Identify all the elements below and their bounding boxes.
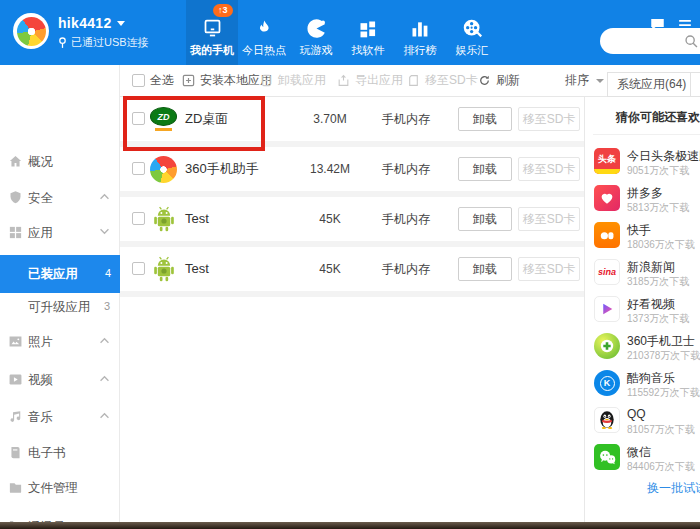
uninstall-button[interactable]: 卸载 (458, 107, 512, 131)
book-icon (8, 445, 23, 460)
app-size: 45K (298, 197, 362, 241)
account-menu[interactable]: hik4412 (58, 15, 149, 31)
chevron-down-icon (596, 79, 604, 83)
header-bar: hik4412 已通过USB连接 ↑3 我的手机 今日热点 玩游戏 (0, 0, 700, 65)
sidebar-item-photos[interactable]: 照片 (0, 330, 119, 354)
app-row-test-1: Test 45K 手机内存 卸载 移至SD卡 (120, 197, 584, 247)
pinwheel-logo-icon (17, 17, 46, 46)
search-box (600, 28, 700, 54)
recommend-item-sina-news[interactable]: sina 新浪新闻 3185万次下载 (594, 259, 700, 291)
sidebar-item-upgradable-apps[interactable]: 可升级应用 3 (0, 295, 119, 319)
refresh-icon (478, 74, 491, 87)
folder-icon (8, 480, 23, 495)
install-local-app-button[interactable]: 安装本地应用 (182, 65, 272, 96)
recommend-item-360-guard[interactable]: 360手机卫士 210378万次下载 (594, 333, 700, 365)
sidebar-item-apps[interactable]: 应用 (0, 221, 119, 245)
recommend-item-kugou-music[interactable]: K 酷狗音乐 115592万次下载 (594, 370, 700, 402)
recommend-item-qq[interactable]: QQ 81057万次下载 (594, 407, 700, 439)
nav-item-play-games[interactable]: 玩游戏 (290, 0, 342, 65)
software-icon (358, 13, 378, 39)
music-icon (8, 409, 23, 424)
recommend-item-toutiao[interactable]: 头条 今日头条极速版 9051万次下载 (594, 148, 700, 180)
pinduoduo-icon (594, 185, 620, 211)
sidebar-item-overview[interactable]: 概况 (0, 150, 119, 174)
usb-status: 已通过USB连接 (58, 35, 149, 50)
nav-item-rankings[interactable]: 排行榜 (394, 0, 446, 65)
uninstall-button[interactable]: 卸载 (458, 207, 512, 231)
entertainment-icon (462, 13, 483, 39)
hot-flame-icon (255, 13, 274, 39)
recommend-item-kuaishou[interactable]: 快手 18036万次下载 (594, 222, 700, 254)
app-logo (13, 13, 49, 49)
search-icon[interactable] (684, 34, 699, 49)
kuaishou-icon (594, 222, 620, 248)
sidebar-item-ebooks[interactable]: 电子书 (0, 441, 119, 465)
home-icon (8, 154, 23, 169)
move-to-sd-button[interactable]: 移至SD卡 (518, 257, 580, 281)
move-to-sd-button[interactable]: 移至SD卡 (407, 65, 478, 96)
photo-icon (8, 334, 23, 349)
move-to-sd-button[interactable]: 移至SD卡 (518, 207, 580, 231)
sidebar-item-installed-apps[interactable]: 已装应用 4 (0, 255, 120, 293)
upgradable-count-badge: 3 (104, 300, 110, 312)
kugou-icon: K (594, 370, 620, 396)
usb-status-text: 已通过USB连接 (71, 35, 149, 50)
chevron-up-icon (99, 193, 110, 200)
sidebar-item-file-manager[interactable]: 文件管理 (0, 476, 119, 500)
row-checkbox[interactable] (132, 162, 145, 175)
update-badge: ↑3 (213, 4, 233, 17)
haokan-play-icon (594, 296, 620, 322)
move-to-sd-button[interactable]: 移至SD卡 (518, 107, 580, 131)
app-size: 45K (298, 247, 362, 291)
video-icon (8, 372, 23, 387)
app-size: 3.70M (298, 97, 362, 141)
chevron-down-icon (117, 21, 125, 26)
recommend-item-wechat[interactable]: 微信 84406万次下载 (594, 444, 700, 476)
username: hik4412 (58, 15, 111, 31)
installed-count-badge: 4 (105, 267, 111, 279)
recommend-title: 猜你可能还喜欢 (616, 109, 700, 126)
refresh-recommendations-link[interactable]: 换一批试试 (647, 480, 700, 497)
nav-item-entertainment[interactable]: 娱乐汇 (446, 0, 498, 65)
sort-dropdown[interactable]: 排序 (565, 65, 604, 96)
zd-desktop-icon: ZD (150, 105, 177, 133)
row-checkbox[interactable] (132, 112, 145, 125)
row-checkbox[interactable] (132, 212, 145, 225)
ranking-icon (410, 13, 430, 39)
export-app-button[interactable]: 导出应用 (337, 65, 403, 96)
refresh-button[interactable]: 刷新 (478, 65, 520, 96)
window-bottom-edge (0, 522, 700, 529)
uninstall-icon (260, 74, 273, 87)
app-name: ZD桌面 (185, 97, 228, 141)
row-checkbox[interactable] (132, 262, 145, 275)
recommend-item-haokan-video[interactable]: 好看视频 1373万次下载 (594, 296, 700, 328)
export-icon (337, 74, 350, 87)
app-name: 360手机助手 (185, 147, 259, 191)
sidebar-item-security[interactable]: 安全 (0, 186, 119, 210)
app-location: 手机内存 (373, 247, 439, 291)
uninstall-button[interactable]: 卸载 (458, 157, 512, 181)
360-guard-icon (594, 333, 620, 359)
wechat-icon (594, 444, 620, 470)
recommend-item-pinduoduo[interactable]: 拼多多 5813万次下载 (594, 185, 700, 217)
account-area: hik4412 已通过USB连接 (58, 15, 149, 50)
nav-item-hot-today[interactable]: 今日热点 (238, 0, 290, 65)
tab-system-apps[interactable]: 系统应用(64) (607, 72, 696, 97)
tab-essential-apps[interactable]: 装机必备 (690, 72, 700, 97)
move-to-sd-button[interactable]: 移至SD卡 (518, 157, 580, 181)
sidebar-item-videos[interactable]: 视频 (0, 368, 119, 392)
app-size: 13.42M (298, 147, 362, 191)
select-all-control[interactable]: 全选 (132, 65, 174, 96)
nav-item-my-phone[interactable]: ↑3 我的手机 (186, 0, 238, 65)
select-all-checkbox[interactable] (132, 74, 145, 87)
search-input[interactable] (612, 28, 678, 54)
app-location: 手机内存 (373, 97, 439, 141)
list-toolbar: 全选 安装本地应用 卸载应用 导出应用 移至SD卡 刷新 排序 系统应用(64)… (120, 65, 700, 97)
games-icon (306, 13, 327, 39)
uninstall-app-button[interactable]: 卸载应用 (260, 65, 326, 96)
sidebar-item-music[interactable]: 音乐 (0, 405, 119, 429)
sd-card-icon (407, 74, 420, 87)
uninstall-button[interactable]: 卸载 (458, 257, 512, 281)
nav-item-find-software[interactable]: 找软件 (342, 0, 394, 65)
app-row-test-2: Test 45K 手机内存 卸载 移至SD卡 (120, 247, 584, 297)
